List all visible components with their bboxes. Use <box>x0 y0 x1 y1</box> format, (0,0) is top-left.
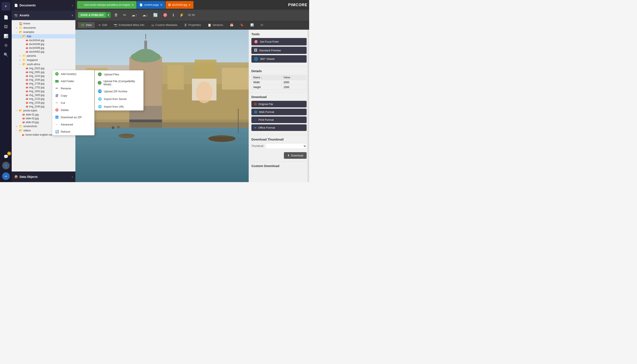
tab-dsc04344[interactable]: 🖼 dsc04344.jpg ✕ <box>166 1 193 9</box>
tab-schedule[interactable]: 📅 <box>227 22 236 28</box>
upload-toolbar-button[interactable]: ☁↑ <box>130 12 139 18</box>
lightning-toolbar-button[interactable]: ⚡ <box>178 12 186 18</box>
download-toolbar-button[interactable]: ☁↓ <box>141 12 150 18</box>
tree-label: img_1414.jpg <box>29 74 44 78</box>
tree-item-south-africa[interactable]: − 📂 south-africa <box>12 62 75 66</box>
print-format-button[interactable]: 🖨 Print Format <box>251 116 307 123</box>
standard-preview-button[interactable]: 🖼 Standard Preview <box>251 47 307 54</box>
tab-close-icon[interactable]: ✕ <box>188 3 191 6</box>
nav-documents-icon[interactable]: 📄 <box>2 13 10 22</box>
tree-item-img0322[interactable]: 🏔 img_0322.jpg <box>12 66 75 70</box>
360-viewer-button[interactable]: 🌐 360° Viewer <box>251 55 307 62</box>
details-col-name: Name ↓ <box>252 75 282 80</box>
print-format-icon: 🖨 <box>254 118 257 122</box>
assets-panel-header[interactable]: 📷 Assets › <box>12 10 75 20</box>
image-icon: 🏔 <box>22 117 25 120</box>
tree-item-singapore[interactable]: + 📁 singapore <box>12 58 75 62</box>
target-toolbar-button[interactable]: 🎯 <box>161 12 169 18</box>
original-file-button[interactable]: 🖼 Original File <box>251 101 307 108</box>
set-focal-point-button[interactable]: 🎯 Set Focal Point <box>251 38 307 46</box>
image-icon: 🏔 <box>26 50 28 53</box>
image-icon: 🏔 <box>26 98 28 100</box>
thumbnail-title: Download Thumbnail <box>251 138 307 141</box>
tree-item-dsc04399[interactable]: 🏔 dsc04399.jpg <box>12 46 75 50</box>
ctx-add-folder[interactable]: Add Folder <box>52 78 94 85</box>
ctx-download-zip-label: Download as ZIP <box>61 116 82 119</box>
ctx-cut-icon: ✂ <box>55 100 59 105</box>
tree-label: videos <box>23 129 31 132</box>
scrollbar[interactable] <box>307 30 309 182</box>
assets-arrow-icon: › <box>72 14 73 17</box>
submenu-import-server[interactable]: 🌐 Import from Server <box>95 95 143 103</box>
documents-panel-header[interactable]: 📄 Documents › <box>12 0 75 10</box>
tree-item-dsc04346[interactable]: 🏔 dsc04346.jpg <box>12 42 75 46</box>
tree-item-dsc04344[interactable]: 🏔 dsc04344.jpg <box>12 38 75 42</box>
nav-settings-icon[interactable]: ⚙ <box>2 41 10 50</box>
tab-cum-sociis[interactable]: 🌿 cum-sociis-natoque-penatibus-et-magnis… <box>77 1 137 9</box>
tab-edit[interactable]: ✏ Edit <box>96 22 110 28</box>
ctx-rename[interactable]: ✏ Rename <box>52 85 94 92</box>
ctx-advanced[interactable]: ··· Advanced › <box>52 121 94 128</box>
tab-properties[interactable]: 🎛 Properties <box>181 22 204 28</box>
user-avatar[interactable]: 👤 <box>2 162 10 169</box>
save-publish-group: SAVE & PUBLISH ▾ <box>78 12 111 18</box>
refresh-toolbar-button[interactable]: 🔄 <box>151 12 160 18</box>
web-format-button[interactable]: 🌐 Web Format <box>251 109 307 115</box>
tab-versions[interactable]: 📋 Versions <box>205 22 226 28</box>
office-format-button[interactable]: W Office Format <box>251 124 307 131</box>
save-publish-button[interactable]: SAVE & PUBLISH <box>78 12 106 18</box>
tab-content-page[interactable]: 📄 content-page ✕ <box>137 1 165 9</box>
nav-assets-icon[interactable]: 🖼 <box>2 22 10 31</box>
data-objects-panel-header[interactable]: 📦 Data Objects › <box>12 172 75 182</box>
tab-embedded-meta[interactable]: 📷 Embedded Meta Info <box>111 22 147 28</box>
details-cell-width-value: 2000 <box>282 80 307 85</box>
tree-toggle: + <box>16 125 19 128</box>
tab-custom-metadata[interactable]: 🗂 Custom Metadata <box>148 22 180 28</box>
sub-toolbar: 🌿 View ✏ Edit 📷 Embedded Meta Info 🗂 Cus… <box>75 20 309 30</box>
tab-view[interactable]: 🌿 View <box>78 22 95 28</box>
tree-item-italy[interactable]: − 📂 italy <box>12 34 75 38</box>
image-icon: 🏔 <box>26 90 28 93</box>
details-cell-width-name: Width <box>252 80 282 85</box>
tree-item-documents[interactable]: + 📁 documents <box>12 26 75 30</box>
ctx-download-zip[interactable]: ZIP Download as ZIP <box>52 114 94 121</box>
tab-chart[interactable]: 📊 <box>247 22 257 28</box>
save-publish-dropdown[interactable]: ▾ <box>106 12 111 18</box>
image-icon: 🏔 <box>26 39 28 42</box>
image-icon: 🏔 <box>26 86 28 89</box>
info-toolbar-button[interactable]: ℹ <box>171 12 176 18</box>
tree-item-home[interactable]: 🏠 Home <box>12 22 75 26</box>
tab-bookmark[interactable]: 🔖 <box>237 22 247 28</box>
svg-rect-20 <box>75 136 249 136</box>
tab-close-icon[interactable]: ✕ <box>132 3 134 6</box>
tree-label: home-trailer-english.mp4 <box>26 133 54 136</box>
submenu-import-url[interactable]: 🌐 Import from URL <box>95 103 143 110</box>
download-action-button[interactable]: ⬇ Download <box>284 152 307 159</box>
tab-close-icon[interactable]: ✕ <box>160 3 163 6</box>
ctx-refresh[interactable]: 🔄 Refresh <box>52 128 94 135</box>
ctx-delete-icon <box>55 108 59 112</box>
thumbnail-section: Download Thumbnail Thumbnail: ⬇ Download <box>249 135 309 161</box>
submenu-upload-zip[interactable]: ZIP Upload ZIP Archive <box>95 88 143 95</box>
ctx-refresh-icon: 🔄 <box>55 130 59 134</box>
submenu-upload-compat[interactable]: ↑ Upload File (Compatibility Mode) <box>95 78 143 88</box>
ctx-delete[interactable]: Delete <box>52 106 94 114</box>
tree-item-panama[interactable]: + 📁 panama <box>12 54 75 58</box>
tree-item-examples[interactable]: − 📂 examples <box>12 30 75 34</box>
tab-tag[interactable]: 🏷 <box>258 22 266 28</box>
delete-toolbar-button[interactable]: 🗑 <box>113 12 120 18</box>
ctx-copy[interactable]: Copy <box>52 92 94 99</box>
ctx-cut[interactable]: ✂ Cut <box>52 99 94 106</box>
tree-item-dsc04462[interactable]: 🏔 dsc04462.jpg <box>12 50 75 54</box>
thumbnail-select[interactable] <box>266 143 307 149</box>
ctx-add-assets-item[interactable]: + Add Asset(s) › <box>52 70 94 78</box>
tab-custom-metadata-label: Custom Metadata <box>155 23 177 26</box>
upload-compat-icon: ↑ <box>98 80 102 85</box>
nav-search-icon[interactable]: 🔍 <box>2 50 10 59</box>
edit-toolbar-button[interactable]: ✏ <box>122 12 128 18</box>
nav-analytics-icon[interactable]: 📊 <box>2 32 10 40</box>
tree-label: examples <box>23 30 34 34</box>
focal-point-icon: 🎯 <box>254 40 258 44</box>
details-col-value: Value <box>282 75 307 80</box>
submenu-upload-files[interactable]: ↑ Upload Files <box>95 70 143 78</box>
